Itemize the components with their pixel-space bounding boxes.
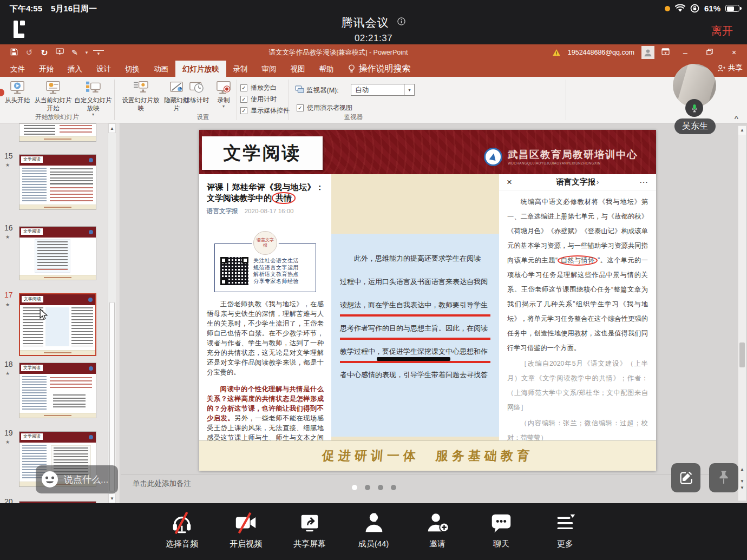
qat-caret-icon[interactable]: ▾: [83, 50, 90, 55]
slide-header-band: 文学阅读 武昌区教育局教研培训中心 WUCHANGQUJIAOYUJUJIAOY…: [199, 130, 656, 174]
thumbnail-logo-icon: [89, 435, 93, 439]
video-button[interactable]: 开启视频: [225, 510, 267, 560]
tab-record[interactable]: 录制: [226, 61, 255, 77]
chat-quick-input[interactable]: 说点什么...: [36, 465, 118, 493]
redo-icon[interactable]: ↻: [38, 48, 51, 58]
account-email[interactable]: 1952448686@qq.com: [568, 49, 634, 56]
audio-button[interactable]: 选择音频: [161, 510, 203, 560]
more-button[interactable]: 更多: [544, 510, 586, 560]
undo-icon[interactable]: ↺: [23, 48, 36, 57]
thumbnail-scrollbar-thumb[interactable]: [109, 302, 115, 491]
rehearse-timings-button[interactable]: 排练计时: [181, 81, 212, 104]
meeting-title: 腾讯会议: [342, 16, 389, 29]
record-button[interactable]: 录制 ▾: [212, 81, 235, 109]
thumbnail-slide-18[interactable]: 文学阅读: [19, 363, 96, 418]
save-icon[interactable]: [8, 48, 21, 57]
ribbon-display-options-icon[interactable]: [661, 48, 670, 57]
play-narrations-checkbox[interactable]: ✓ 播放旁白: [240, 83, 277, 93]
annotate-button[interactable]: [671, 463, 700, 492]
meeting-top-bar: 下午4:55 5月16日周一 61% 腾讯会议 02:21:37 离开: [0, 0, 747, 44]
tab-home[interactable]: 开始: [32, 61, 61, 77]
article-source: 语言文字报: [207, 208, 238, 214]
from-beginning-button[interactable]: 从头开始: [2, 81, 32, 104]
notes-divider: [121, 475, 736, 475]
close-icon[interactable]: ×: [507, 177, 512, 188]
thumbnail-slide-title: 文学阅读: [21, 156, 43, 163]
thumbnail-slide-17[interactable]: 文学阅读: [19, 293, 96, 356]
use-timings-label: 使用计时: [251, 95, 277, 104]
main-scrollbar-thumb[interactable]: [739, 342, 745, 367]
thumbnail-slide-15[interactable]: 文学阅读: [19, 154, 96, 210]
main-scrollbar[interactable]: ▲ ▲ ▼ ▼: [738, 126, 746, 501]
screen: 下午4:55 5月16日周一 61% 腾讯会议 02:21:37 离开 ↺ ↻ …: [0, 0, 747, 560]
start-slideshow-icon[interactable]: [53, 48, 66, 57]
thumbnail-slide-14-partial[interactable]: [19, 123, 96, 142]
thumbnail-number: 18: [4, 360, 13, 368]
chevron-right-icon: ›: [597, 177, 599, 186]
qr-slogan: 关注社会语文生活: [253, 258, 299, 265]
invite-button[interactable]: 邀请: [416, 510, 458, 560]
right-paragraph-1-b: ”。这个单元的一项核心学习任务是理解这些作品中景与情的关系。王岱老师这节课围绕核…: [507, 256, 648, 352]
ppt-share-button[interactable]: 共享: [717, 63, 743, 73]
publication-stamp: 语言文字报: [253, 231, 277, 255]
red-circle-annotation: 自然与情怀: [558, 255, 598, 266]
tab-design[interactable]: 设计: [89, 61, 118, 77]
chat-icon: [489, 510, 514, 535]
chat-button[interactable]: 聊天: [480, 510, 522, 560]
scroll-up-icon[interactable]: ▲: [738, 126, 746, 135]
checkbox-checked-icon: ✓: [240, 96, 247, 103]
thumbnail-slide-title: 文学阅读: [21, 365, 43, 371]
from-current-slide-label: 从当前幻灯片开始: [35, 97, 72, 111]
restore-button[interactable]: [701, 48, 718, 57]
customize-qat-icon[interactable]: [92, 50, 105, 55]
invite-button-label: 邀请: [416, 539, 458, 549]
ink-pen-icon[interactable]: ✎: [68, 48, 81, 57]
close-button[interactable]: ×: [725, 48, 743, 57]
thumbnail-number-selected: 17: [4, 291, 13, 299]
thumbnail-scrollbar[interactable]: ▲ ▼: [108, 123, 116, 503]
tab-insert[interactable]: 插入: [61, 61, 89, 77]
tell-me-search[interactable]: 操作说明搜索: [341, 61, 418, 77]
use-timings-checkbox[interactable]: ✓ 使用计时: [240, 95, 277, 104]
next-slide-icon-2[interactable]: ▼: [738, 486, 746, 491]
animation-star-icon: ★: [5, 439, 10, 445]
slide-canvas[interactable]: 文学阅读 武昌区教育局教研培训中心 WUCHANGQUJIAOYUJUJIAOY…: [199, 130, 656, 471]
monitor-dropdown-caret-icon: ▾: [404, 84, 414, 95]
custom-slideshow-button[interactable]: 自定义幻灯片放映 ▾: [74, 81, 113, 117]
article-title-text: 评课丨郑桂华评《我与地坛》：文学阅读教学中的: [207, 182, 324, 202]
tab-slideshow[interactable]: 幻灯片放映: [175, 61, 226, 77]
meeting-info-icon[interactable]: [397, 17, 405, 25]
right-article-body: 统编高中语文必修教材将《我与地坛》第一、二章选编进上册第七单元，与《故都的秋》《…: [499, 190, 656, 440]
animation-star-icon: ★: [5, 302, 10, 307]
setup-slideshow-button[interactable]: 设置幻灯片放映: [119, 81, 162, 113]
members-button[interactable]: 成员(44): [352, 510, 395, 560]
previous-slide-icon[interactable]: ▲: [738, 467, 746, 472]
notes-placeholder[interactable]: 单击此处添加备注: [133, 479, 191, 489]
tab-view[interactable]: 视图: [284, 61, 312, 77]
pin-button[interactable]: [709, 463, 738, 492]
from-current-slide-button[interactable]: 从当前幻灯片开始: [32, 81, 74, 113]
tab-help[interactable]: 帮助: [312, 61, 341, 77]
more-menu-icon[interactable]: ⋯: [639, 177, 648, 187]
thumbnail-scroll-up-icon[interactable]: ▲: [108, 123, 116, 133]
account-avatar[interactable]: [641, 46, 654, 59]
tab-animations[interactable]: 动画: [147, 61, 175, 77]
camera-off-icon: [233, 510, 258, 535]
minimize-button[interactable]: –: [677, 48, 694, 57]
next-slide-icon[interactable]: ▼: [738, 479, 746, 484]
middle-line-underlined: 思考作者写作的目的与思想主旨。因此，在阅读: [340, 317, 490, 340]
use-presenter-view-checkbox[interactable]: ✓ 使用演示者视图: [297, 103, 352, 113]
group-label-start-slideshow: 开始放映幻灯片: [0, 113, 114, 121]
leave-meeting-button[interactable]: 离开: [711, 24, 733, 38]
tab-file[interactable]: 文件: [3, 61, 32, 77]
emoji-icon[interactable]: [41, 471, 58, 488]
setup-slideshow-label: 设置幻灯片放映: [122, 97, 160, 111]
monitor-dropdown[interactable]: 自动 ▾: [351, 84, 415, 96]
thumbnail-scroll-down-icon[interactable]: ▼: [108, 493, 116, 503]
share-screen-button[interactable]: 共享屏幕: [289, 510, 331, 560]
tab-transitions[interactable]: 切换: [118, 61, 147, 77]
custom-slideshow-label: 自定义幻灯片放映: [75, 97, 112, 111]
collapse-ribbon-icon[interactable]: ^: [734, 114, 738, 122]
thumbnail-slide-16[interactable]: 文学阅读: [19, 226, 96, 280]
tab-review[interactable]: 审阅: [255, 61, 284, 77]
